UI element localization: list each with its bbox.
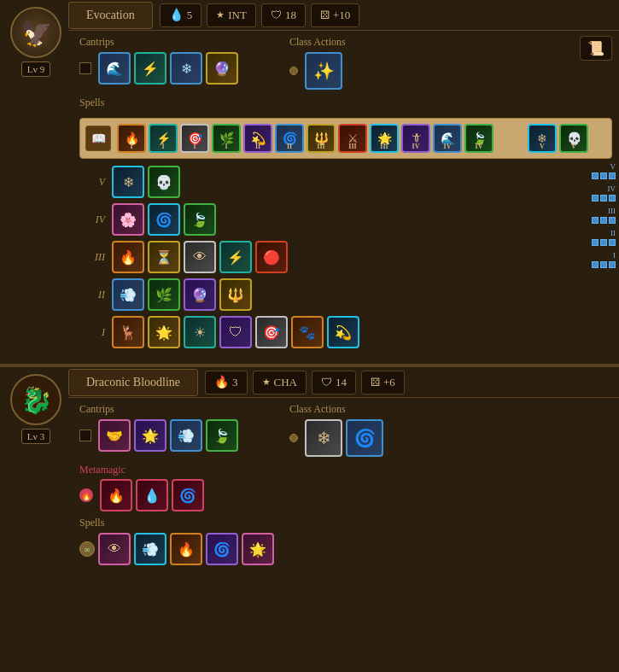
spell-III-5[interactable]: 🔴 bbox=[255, 241, 288, 273]
top-class-name[interactable]: Evocation bbox=[68, 2, 153, 29]
cantrip-1[interactable]: 🌊 bbox=[98, 52, 131, 85]
spell-icons-V: ❄ 💀 bbox=[112, 166, 180, 198]
dice-icon-bottom: ⚄ bbox=[371, 376, 380, 389]
slots-II: II bbox=[592, 229, 616, 246]
bot-class-action-2[interactable]: 🌀 bbox=[346, 419, 383, 457]
book-spell-3[interactable]: 🎯I bbox=[180, 124, 209, 153]
spell-I-3[interactable]: ☀ bbox=[184, 316, 216, 348]
spell-II-2[interactable]: 🌿 bbox=[148, 278, 180, 311]
bottom-class-actions-label: Class Actions bbox=[289, 403, 383, 416]
bottom-stat-cha: ★ CHA bbox=[253, 371, 307, 394]
bottom-cantrips-icons: 🤝 🌟 💨 🍃 bbox=[79, 419, 238, 452]
bot-spell-4[interactable]: 🌀 bbox=[206, 533, 238, 565]
slot-dot-IV-1 bbox=[592, 195, 599, 202]
spell-IV-3[interactable]: 🍃 bbox=[184, 203, 216, 236]
metamagic-3[interactable]: 🌀 bbox=[172, 479, 204, 511]
top-spells-label: Spells bbox=[79, 96, 612, 109]
bottom-class-name[interactable]: Draconic Bloodline bbox=[68, 369, 198, 396]
top-class-actions-icons: ✨ bbox=[289, 52, 346, 90]
bottom-class-actions-section: Class Actions ❄ 🌀 bbox=[289, 403, 383, 457]
spell-III-2[interactable]: ⏳ bbox=[148, 241, 180, 273]
book-spell-5[interactable]: 💫II bbox=[243, 124, 272, 153]
bottom-cantrips-row: Cantrips 🤝 🌟 💨 🍃 Class Actions ❄ 🌀 bbox=[73, 398, 619, 462]
bot-spell-3[interactable]: 🔥 bbox=[170, 533, 202, 565]
book-spell-12[interactable]: 🍃IV bbox=[464, 124, 493, 153]
spell-V-2[interactable]: 💀 bbox=[148, 166, 180, 198]
book-spell-10[interactable]: 🗡IV bbox=[401, 124, 430, 153]
spell-I-2[interactable]: 🌟 bbox=[148, 316, 180, 348]
slots-V: V bbox=[592, 162, 616, 179]
spell-slots-icon: 💧 bbox=[169, 8, 184, 22]
spell-IV-1[interactable]: 🌸 bbox=[112, 203, 144, 236]
spell-II-1[interactable]: 💨 bbox=[112, 278, 144, 311]
bottom-character-section: 🐉 Lv 3 Draconic Bloodline 🔥 3 ★ CHA 🛡 14… bbox=[0, 365, 619, 569]
bottom-cantrip-checkbox[interactable] bbox=[79, 429, 91, 441]
spell-I-7[interactable]: 💫 bbox=[327, 316, 359, 348]
slot-dots-III bbox=[592, 217, 616, 224]
bottom-cantrips-section: Cantrips 🤝 🌟 💨 🍃 bbox=[79, 403, 238, 452]
bot-class-action-1[interactable]: ❄ bbox=[305, 419, 342, 457]
book-spell-13[interactable]: ❄V bbox=[528, 124, 557, 153]
bot-spell-5[interactable]: 🌟 bbox=[242, 533, 274, 565]
spell-III-1[interactable]: 🔥 bbox=[112, 241, 144, 273]
spell-icons-I: 🦌 🌟 ☀ 🛡 🎯 🐾 💫 bbox=[112, 316, 359, 348]
slot-dot-II-2 bbox=[600, 239, 607, 246]
top-stat-bonus: ⚄ +10 bbox=[311, 3, 359, 27]
top-cantrips-section: Cantrips 🌊 ⚡ ❄ 🔮 bbox=[79, 36, 238, 85]
book-spell-1[interactable]: 🔥I bbox=[117, 124, 146, 153]
cantrip-3[interactable]: ❄ bbox=[170, 52, 202, 85]
book-spell-6[interactable]: 🌀II bbox=[275, 124, 304, 153]
cantrip-2[interactable]: ⚡ bbox=[134, 52, 166, 85]
spell-I-4[interactable]: 🛡 bbox=[219, 316, 252, 348]
metamagic-label: Metamagic bbox=[79, 464, 612, 476]
spell-I-5[interactable]: 🎯 bbox=[255, 316, 288, 348]
bottom-class-header: Draconic Bloodline 🔥 3 ★ CHA 🛡 14 ⚄ +6 bbox=[68, 367, 619, 398]
slot-dots-II bbox=[592, 239, 616, 246]
bot-cantrip-1[interactable]: 🤝 bbox=[98, 419, 131, 452]
spell-III-3[interactable]: 👁 bbox=[184, 241, 216, 273]
book-spell-2[interactable]: ⚡I bbox=[149, 124, 178, 153]
slot-label-V: V bbox=[610, 162, 616, 171]
book-spell-7[interactable]: 🔱III bbox=[307, 124, 336, 153]
slot-dots-V bbox=[592, 172, 616, 179]
metamagic-1[interactable]: 🔥 bbox=[100, 479, 132, 511]
metamagic-2[interactable]: 💧 bbox=[136, 479, 168, 511]
bottom-avatar-area: 🐉 Lv 3 bbox=[7, 374, 65, 459]
spell-V-1[interactable]: ❄ bbox=[112, 166, 144, 198]
bot-spell-2[interactable]: 💨 bbox=[134, 533, 166, 565]
metamagic-flame-icon: 🔥 bbox=[79, 488, 93, 502]
spell-icons-IV: 🌸 🌀 🍃 bbox=[112, 203, 216, 236]
slot-dot-V-2 bbox=[600, 172, 607, 179]
bottom-stat-bonus: ⚄ +6 bbox=[361, 371, 405, 394]
spell-I-6[interactable]: 🐾 bbox=[291, 316, 324, 348]
bot-cantrip-4[interactable]: 🍃 bbox=[206, 419, 238, 452]
spell-II-3[interactable]: 🔮 bbox=[184, 278, 216, 311]
slot-dot-IV-3 bbox=[609, 195, 616, 202]
class-action-1[interactable]: ✨ bbox=[305, 52, 342, 90]
cantrip-checkbox[interactable] bbox=[79, 62, 91, 74]
spell-II-4[interactable]: 🔱 bbox=[219, 278, 252, 311]
bot-cantrip-2[interactable]: 🌟 bbox=[134, 419, 166, 452]
metamagic-icons-row: 🔥 🔥 💧 🌀 bbox=[79, 479, 612, 511]
cantrip-4[interactable]: 🔮 bbox=[206, 52, 238, 85]
bottom-cantrips-label: Cantrips bbox=[79, 403, 238, 416]
spell-III-4[interactable]: ⚡ bbox=[219, 241, 252, 273]
top-book-button[interactable]: 📜 bbox=[580, 36, 612, 61]
top-class-header: Evocation 💧 5 ★ INT 🛡 18 ⚄ +10 bbox=[68, 0, 619, 31]
spell-I-1[interactable]: 🦌 bbox=[112, 316, 144, 348]
bot-spell-1[interactable]: 👁 bbox=[98, 533, 131, 565]
book-spell-8[interactable]: ⚔III bbox=[338, 124, 367, 153]
dice-icon-top: ⚄ bbox=[320, 9, 330, 22]
slot-dot-V-1 bbox=[592, 172, 599, 179]
metamagic-section: Metamagic 🔥 🔥 💧 🌀 bbox=[73, 462, 619, 513]
slot-dot-I-3 bbox=[609, 261, 616, 268]
book-spell-9[interactable]: 🌟III bbox=[370, 124, 399, 153]
top-class-actions-label: Class Actions bbox=[289, 36, 346, 49]
book-spell-11[interactable]: 🌊IV bbox=[433, 124, 462, 153]
book-spell-14[interactable]: 💀V bbox=[559, 124, 588, 153]
spell-icons-II: 💨 🌿 🔮 🔱 bbox=[112, 278, 252, 311]
bot-cantrip-3[interactable]: 💨 bbox=[170, 419, 202, 452]
book-spell-4[interactable]: 🌿I bbox=[212, 124, 241, 153]
book-icon[interactable]: 📖 bbox=[85, 126, 111, 151]
spell-IV-2[interactable]: 🌀 bbox=[148, 203, 180, 236]
